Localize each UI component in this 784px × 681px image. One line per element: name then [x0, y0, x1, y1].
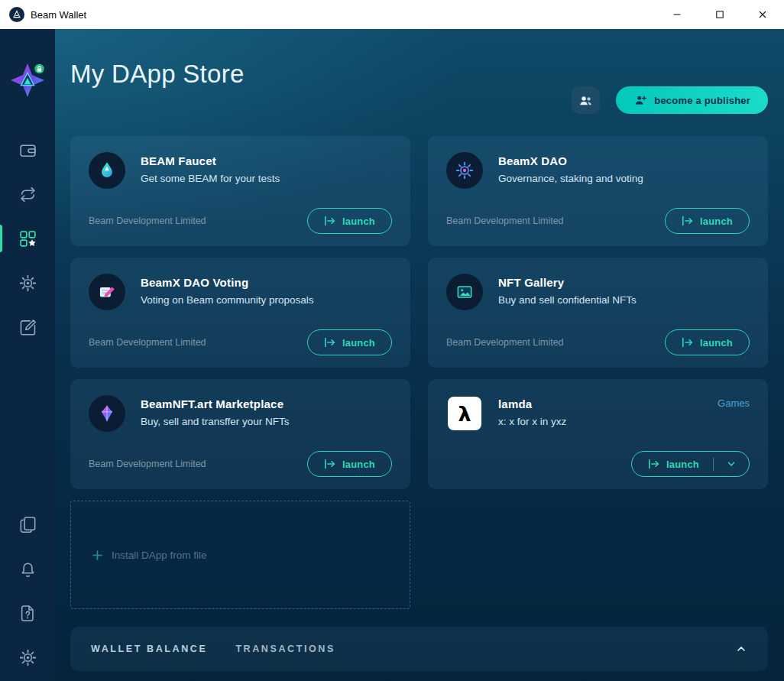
card-top: BeamX DAO Voting Voting on Beam communit… — [89, 274, 392, 310]
close-button[interactable] — [741, 0, 784, 29]
sidebar-item-documents[interactable] — [0, 502, 55, 546]
card-bottom: Beam Development Limited launch — [89, 451, 392, 477]
dapp-description: Governance, staking and voting — [498, 173, 643, 184]
launch-label: launch — [342, 459, 375, 470]
dapp-description: Buy, sell and transffer your NFTs — [141, 416, 290, 427]
dapp-name: NFT Gallery — [498, 276, 637, 289]
sidebar-item-send-receive[interactable] — [0, 172, 55, 216]
sidebar-item-wallet[interactable] — [0, 128, 55, 172]
card-top: BEAM Faucet Get some BEAM for your tests — [89, 152, 392, 189]
beamx-dao-icon — [446, 152, 483, 189]
dapp-card-beamnft-marketplace: BeamNFT.art Marketplace Buy, sell and tr… — [70, 379, 410, 489]
beamx-dao-voting-icon — [89, 274, 125, 310]
dapp-card-beam-faucet: BEAM Faucet Get some BEAM for your tests… — [70, 136, 410, 246]
launch-button[interactable]: launch — [665, 329, 750, 355]
gear-icon — [18, 274, 37, 293]
lamda-icon: λ — [448, 397, 481, 430]
sidebar-item-utilities[interactable] — [0, 635, 55, 679]
dapp-grid: BEAM Faucet Get some BEAM for your tests… — [70, 136, 768, 489]
minimize-button[interactable] — [656, 0, 698, 29]
beam-logo-icon — [9, 7, 24, 22]
dapp-name: lamda — [498, 397, 566, 410]
launch-icon — [682, 216, 693, 226]
become-publisher-button[interactable]: become a publisher — [616, 86, 768, 114]
card-info: BEAM Faucet Get some BEAM for your tests — [141, 152, 280, 189]
page-title: My DApp Store — [55, 29, 784, 92]
sidebar-bottom-group — [0, 502, 55, 679]
launch-button[interactable]: launch — [307, 451, 392, 477]
card-top: BeamX DAO Governance, staking and voting — [446, 152, 750, 189]
minimize-icon — [672, 10, 682, 19]
bottom-panel: WALLET BALANCE TRANSACTIONS — [70, 627, 768, 671]
launch-label: launch — [700, 337, 733, 349]
dapp-name: BeamX DAO — [498, 154, 643, 167]
card-info: NFT Gallery Buy and sell confidential NF… — [498, 274, 637, 310]
sidebar-item-notifications[interactable] — [0, 546, 55, 591]
dapp-card-nft-gallery: NFT Gallery Buy and sell confidential NF… — [428, 258, 768, 368]
dapp-name: BEAM Faucet — [141, 154, 280, 167]
send-receive-icon — [18, 185, 37, 204]
main-content: My DApp Store become a publisher — [55, 29, 784, 681]
become-publisher-label: become a publisher — [654, 95, 750, 106]
people-icon — [578, 92, 594, 109]
maximize-icon — [715, 10, 724, 19]
card-top: BeamNFT.art Marketplace Buy, sell and tr… — [89, 395, 392, 432]
chevron-up-icon — [735, 643, 747, 655]
launch-split-button[interactable]: launch — [631, 451, 750, 477]
tab-wallet-balance[interactable]: WALLET BALANCE — [91, 644, 207, 654]
launch-icon — [324, 459, 335, 469]
maximize-button[interactable] — [698, 0, 741, 29]
sidebar-item-dapp-store[interactable] — [0, 216, 55, 261]
bell-icon — [18, 559, 37, 579]
beamnft-marketplace-icon — [89, 395, 125, 432]
nft-gallery-icon — [446, 274, 483, 310]
launch-button[interactable]: launch — [307, 208, 392, 234]
file-question-icon — [18, 604, 37, 623]
split-divider — [713, 458, 714, 471]
app-body: My DApp Store become a publisher — [0, 29, 784, 681]
header-actions: become a publisher — [572, 86, 768, 114]
card-info: BeamX DAO Voting Voting on Beam communit… — [141, 274, 314, 310]
install-dapp-label: Install DApp from file — [112, 550, 207, 561]
card-bottom: launch — [446, 451, 750, 477]
close-icon — [758, 10, 767, 19]
sidebar-item-address-edit[interactable] — [0, 305, 55, 349]
launch-button[interactable]: launch — [307, 329, 392, 355]
beam-faucet-icon — [89, 152, 125, 189]
dapp-description: x: x for x in yxz — [498, 416, 566, 427]
edit-icon — [18, 318, 37, 337]
dapp-card-beamx-dao-voting: BeamX DAO Voting Voting on Beam communit… — [70, 258, 410, 368]
dapp-publisher: Beam Development Limited — [89, 459, 206, 469]
launch-label: launch — [342, 216, 375, 227]
dapp-store-icon — [18, 229, 37, 248]
card-bottom: Beam Development Limited launch — [89, 329, 392, 355]
launch-dropdown-toggle[interactable] — [723, 459, 740, 469]
beam-wallet-window: Beam Wallet — [0, 0, 784, 681]
dapp-publisher: Beam Development Limited — [89, 337, 206, 348]
dapp-publisher: Beam Development Limited — [89, 216, 206, 226]
card-top: λ lamda x: x for x in yxz Games — [446, 395, 750, 432]
card-top: NFT Gallery Buy and sell confidential NF… — [446, 274, 750, 310]
beam-star-icon — [10, 63, 45, 98]
dapp-publisher: Beam Development Limited — [446, 337, 564, 348]
wallet-icon — [18, 141, 37, 160]
card-bottom: Beam Development Limited launch — [446, 208, 750, 234]
publishers-button[interactable] — [572, 86, 600, 114]
dapp-description: Get some BEAM for your tests — [141, 173, 280, 184]
sidebar — [0, 29, 55, 681]
documents-icon — [18, 515, 37, 534]
sidebar-item-settings[interactable] — [0, 261, 55, 305]
window-title: Beam Wallet — [31, 9, 86, 21]
launch-label: launch — [666, 459, 699, 470]
launch-button[interactable]: launch — [665, 208, 750, 234]
install-dapp-from-file[interactable]: Install DApp from file — [70, 501, 410, 609]
sidebar-item-report[interactable] — [0, 591, 55, 635]
card-bottom: Beam Development Limited launch — [89, 208, 392, 234]
window-controls — [656, 0, 784, 29]
chevron-down-icon — [726, 459, 737, 469]
dapp-card-lamda: λ lamda x: x for x in yxz Games launch — [428, 379, 768, 489]
card-info: lamda x: x for x in yxz — [498, 395, 566, 432]
dapp-publisher: Beam Development Limited — [446, 216, 564, 226]
expand-panel-button[interactable] — [735, 643, 747, 655]
tab-transactions[interactable]: TRANSACTIONS — [235, 644, 335, 654]
